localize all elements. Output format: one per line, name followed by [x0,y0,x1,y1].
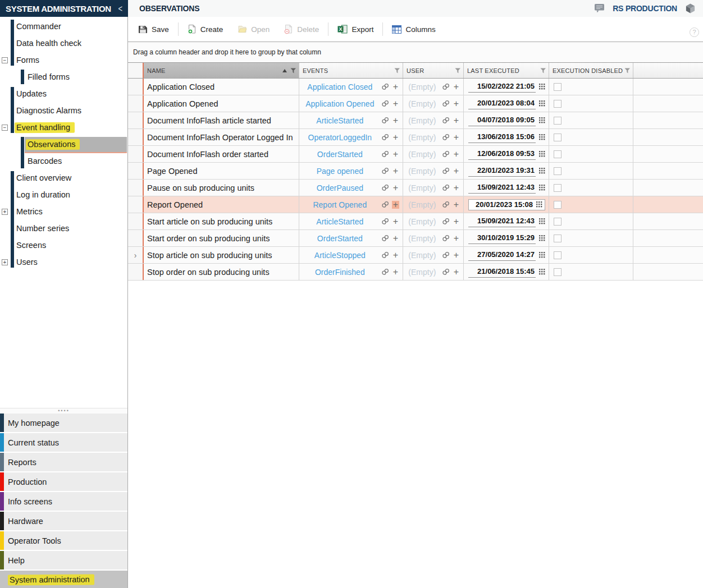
table-row[interactable]: Start order on sub producing unitsOrderS… [128,230,703,247]
link-icon[interactable] [442,218,450,225]
user-value[interactable]: (Empty) [405,183,439,192]
sidebar-item-observations[interactable]: Observations [0,136,127,153]
date-editor[interactable]: 20/01/2023 15:08 [468,199,545,210]
add-user-icon[interactable]: + [453,218,460,226]
row-indicator[interactable] [128,230,144,246]
link-icon[interactable] [381,251,389,259]
user-value[interactable]: (Empty) [405,268,439,277]
row-indicator[interactable] [128,163,144,179]
name-cell[interactable]: Stop order on sub producing units [144,264,299,280]
add-event-icon[interactable]: + [392,184,399,192]
group-by-bar[interactable]: Drag a column header and drop it here to… [128,42,703,63]
sidebar-item-barcodes[interactable]: Barcodes [0,153,127,169]
row-indicator[interactable] [128,196,144,213]
user-value[interactable]: (Empty) [405,116,439,125]
name-cell[interactable]: Start article on sub producing units [144,213,299,229]
module-nav-operator-tools[interactable]: Operator Tools [0,531,127,550]
add-event-icon[interactable]: + [392,268,399,276]
row-indicator[interactable] [128,112,144,128]
link-icon[interactable] [442,167,450,174]
datepicker-grid-icon[interactable] [539,134,545,140]
sidebar-item-diagnostic-alarms[interactable]: Diagnostic Alarms [0,102,127,119]
date-value[interactable]: 15/09/2021 12:43 [468,215,536,227]
date-value[interactable]: 27/05/2020 14:27 [468,249,536,261]
add-event-icon[interactable]: + [392,117,399,125]
add-user-icon[interactable]: + [453,150,460,158]
link-icon[interactable] [442,100,450,107]
add-user-icon[interactable]: + [453,184,460,192]
add-user-icon[interactable]: + [453,83,460,91]
sidebar-item-updates[interactable]: Updates [0,85,127,102]
splitter-handle[interactable]: •••• [0,408,127,414]
add-event-icon[interactable]: + [392,134,399,141]
link-icon[interactable] [381,150,389,158]
name-cell[interactable]: Application Opened [144,95,299,112]
sidebar-item-filled-forms[interactable]: Filled forms [0,68,127,85]
table-row[interactable]: Document InfoFlash article startedArticl… [128,112,703,129]
date-value[interactable]: 22/01/2023 19:31 [468,165,536,177]
row-indicator[interactable] [128,213,144,229]
user-value[interactable]: (Empty) [405,251,439,260]
sidebar-item-forms[interactable]: −Forms [0,52,127,68]
table-row[interactable]: Start article on sub producing unitsArti… [128,213,703,230]
add-user-icon[interactable]: + [453,201,460,209]
sidebar-item-screens[interactable]: Screens [0,237,127,254]
datepicker-grid-icon[interactable] [539,84,545,90]
event-link[interactable]: Page opened [302,167,378,176]
name-cell[interactable]: Document InfoFlash article started [144,112,299,128]
datepicker-grid-icon[interactable] [539,151,545,157]
link-icon[interactable] [381,184,389,191]
column-header-execution-disabled[interactable]: EXECUTION DISABLED [549,63,633,78]
expander-minus-icon[interactable]: − [2,57,8,63]
link-icon[interactable] [442,83,450,90]
event-link[interactable]: OperatorLoggedIn [302,133,378,142]
module-nav-current-status[interactable]: Current status [0,433,127,452]
link-icon[interactable] [381,83,389,90]
filter-icon[interactable] [455,68,461,74]
user-value[interactable]: (Empty) [405,133,439,142]
name-cell[interactable]: Start order on sub producing units [144,230,299,246]
date-value[interactable]: 15/09/2021 12:43 [468,182,536,194]
expander-plus-icon[interactable]: + [2,209,8,215]
event-link[interactable]: OrderStarted [302,150,378,159]
datepicker-grid-icon[interactable] [539,252,545,258]
column-header-events[interactable]: EVENTS [299,63,403,78]
filter-icon[interactable] [394,68,400,74]
link-icon[interactable] [442,235,450,242]
add-user-icon[interactable]: + [453,134,460,141]
datepicker-grid-icon[interactable] [539,235,545,241]
row-indicator[interactable] [128,129,144,145]
open-button[interactable]: Open [238,25,270,34]
link-icon[interactable] [442,201,450,208]
table-row[interactable]: Page OpenedPage opened+(Empty)+22/01/202… [128,163,703,180]
table-row[interactable]: Pause on sub producing unitsOrderPaused+… [128,180,703,196]
link-icon[interactable] [381,167,389,174]
link-icon[interactable] [442,150,450,158]
row-indicator[interactable] [128,264,144,280]
add-event-icon[interactable]: + [392,100,399,108]
export-button[interactable]: XExport [337,25,373,34]
execution-disabled-checkbox[interactable] [554,218,562,226]
filter-icon[interactable] [624,68,631,74]
link-icon[interactable] [442,117,450,124]
module-nav-reports[interactable]: Reports [0,453,127,471]
sidebar-item-event-handling[interactable]: −Event handling [0,119,127,136]
date-value[interactable]: 15/02/2022 21:05 [468,81,536,93]
link-icon[interactable] [381,218,389,225]
user-value[interactable]: (Empty) [405,217,439,226]
link-icon[interactable] [442,251,450,259]
name-cell[interactable]: Report Opened [144,196,299,213]
execution-disabled-checkbox[interactable] [554,117,562,125]
add-user-icon[interactable]: + [453,251,460,259]
execution-disabled-checkbox[interactable] [554,268,562,276]
add-user-icon[interactable]: + [453,167,460,175]
row-indicator[interactable] [128,79,144,95]
sidebar-item-users[interactable]: +Users [0,254,127,270]
table-row[interactable]: Document InfoFlash Operator Logged InOpe… [128,129,703,146]
event-link[interactable]: OrderStarted [302,234,378,243]
link-icon[interactable] [381,100,389,107]
table-row[interactable]: Report OpenedReport Opened+(Empty)+20/01… [128,196,703,213]
link-icon[interactable] [381,268,389,275]
execution-disabled-checkbox[interactable] [554,150,562,158]
event-link[interactable]: OrderFinished [302,268,378,277]
